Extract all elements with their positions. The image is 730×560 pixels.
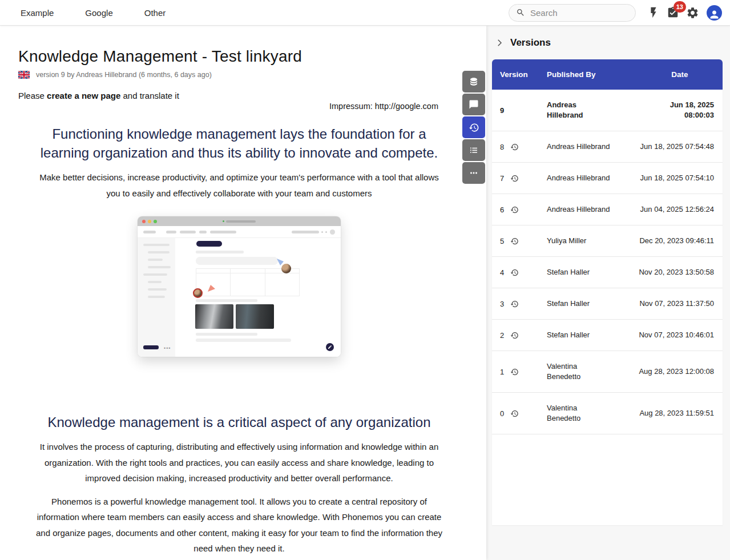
- version-row[interactable]: 6 Andreas Hillebrand Jun 04, 2025 12:56:…: [492, 194, 723, 225]
- product-screenshot-image: •••: [138, 216, 341, 357]
- traffic-light-minimize: [148, 220, 151, 223]
- nav-item-google[interactable]: Google: [85, 8, 112, 18]
- topbar: Example Google Other 13: [0, 0, 730, 26]
- traffic-light-close: [142, 220, 146, 223]
- restore-version-button[interactable]: [510, 300, 519, 308]
- version-row[interactable]: 1 Valentina Benedetto Aug 28, 2023 12:00…: [492, 351, 723, 393]
- version-date: Aug 28, 2023 12:00:08: [637, 366, 723, 377]
- main-content: Knowledge Management - Test linkyard ver…: [0, 26, 486, 560]
- restore-version-button[interactable]: [510, 331, 519, 340]
- comments-button[interactable]: [462, 94, 485, 115]
- restore-icon: [510, 300, 519, 308]
- paragraph-1: It involves the process of capturing, di…: [18, 439, 460, 486]
- chevron-right-icon: [494, 38, 505, 48]
- more-options-button[interactable]: [462, 162, 485, 184]
- version-number: 9: [500, 106, 506, 115]
- traffic-light-zoom: [154, 220, 157, 223]
- versions-table: Version Published By Date 9 Andreas Hill…: [492, 59, 723, 525]
- version-row[interactable]: 8 Andreas Hillebrand Jun 18, 2025 07:54:…: [492, 131, 723, 163]
- version-number: 6: [500, 206, 506, 214]
- version-date: Jun 18, 2025 07:54:10: [637, 173, 723, 183]
- version-history-button[interactable]: [462, 116, 485, 138]
- version-publisher: Stefan Haller: [547, 299, 637, 309]
- settings-button[interactable]: [683, 3, 702, 22]
- restore-version-button[interactable]: [510, 268, 519, 277]
- version-row[interactable]: 4 Stefan Haller Nov 20, 2023 13:50:58: [492, 257, 723, 288]
- app-toolbar-placeholder: [138, 226, 341, 238]
- page-properties-button[interactable]: [462, 71, 485, 92]
- version-date: Nov 07, 2023 10:46:01: [637, 330, 723, 340]
- version-publisher: Andreas Hillebrand: [547, 142, 637, 152]
- version-date: Jun 18, 2025 08:00:03: [637, 100, 723, 120]
- restore-version-button[interactable]: [510, 174, 519, 183]
- content-photo-1: [195, 304, 233, 329]
- impressum-link[interactable]: Impressum: http://google.com: [329, 102, 438, 111]
- version-publisher: Stefan Haller: [547, 267, 637, 277]
- version-number: 8: [500, 143, 506, 151]
- app-page-placeholder: [175, 238, 341, 357]
- nav-item-other[interactable]: Other: [144, 8, 166, 18]
- collapse-panel-button[interactable]: [494, 38, 505, 48]
- subtext-1: Make better decisions, increase producti…: [18, 170, 460, 201]
- restore-version-button[interactable]: [510, 206, 519, 214]
- create-page-link[interactable]: create a new page: [47, 91, 120, 100]
- page-title: Knowledge Management - Test linkyard: [18, 26, 460, 66]
- version-row[interactable]: 0 Valentina Benedetto Aug 28, 2023 11:59…: [492, 393, 723, 434]
- list-icon: [469, 145, 479, 155]
- version-number: 2: [500, 331, 506, 340]
- page-tools-toolbar: [462, 71, 485, 185]
- intro-text: Please create a new page and translate i…: [18, 91, 460, 100]
- main-nav: Example Google Other: [21, 8, 166, 18]
- versions-panel-title: Versions: [510, 37, 551, 49]
- restore-version-button[interactable]: [510, 409, 519, 418]
- app-sidebar-placeholder: •••: [138, 238, 175, 357]
- edit-fab-icon: [326, 343, 334, 351]
- restore-version-button[interactable]: [510, 368, 519, 376]
- comments-icon: [469, 99, 479, 110]
- contents-list-button[interactable]: [462, 139, 485, 161]
- version-number: 0: [500, 409, 506, 418]
- restore-icon: [510, 237, 519, 245]
- version-number: 4: [500, 268, 506, 277]
- search-box[interactable]: [509, 4, 636, 22]
- version-date: Aug 28, 2023 11:59:51: [637, 408, 723, 418]
- version-publisher: Andreas Hillebrand: [547, 173, 637, 183]
- version-publisher: Andreas Hillebrand: [547, 204, 637, 215]
- browser-titlebar: [138, 216, 341, 226]
- content-photo-2: [236, 304, 274, 329]
- version-publisher: Stefan Haller: [547, 330, 637, 340]
- version-number: 3: [500, 300, 506, 308]
- column-header-published-by: Published By: [547, 70, 637, 79]
- version-date: Dec 20, 2023 09:46:11: [637, 236, 723, 246]
- bolt-button[interactable]: [644, 3, 663, 22]
- version-row[interactable]: 5 Yuliya Miller Dec 20, 2023 09:46:11: [492, 225, 723, 257]
- version-date: Jun 04, 2025 12:56:24: [637, 204, 723, 215]
- version-row[interactable]: 2 Stefan Haller Nov 07, 2023 10:46:01: [492, 320, 723, 351]
- nav-item-example[interactable]: Example: [21, 8, 54, 18]
- restore-icon: [510, 368, 519, 376]
- column-header-version: Version: [492, 70, 547, 79]
- versions-panel: Versions Version Published By Date 9 And…: [486, 26, 730, 560]
- restore-icon: [510, 206, 519, 214]
- collaborator-avatar: [281, 264, 291, 273]
- version-row[interactable]: 7 Andreas Hillebrand Jun 18, 2025 07:54:…: [492, 163, 723, 194]
- version-meta: version 9 by Andreas Hillebrand (6 month…: [18, 71, 460, 79]
- headline-2: Knowledge management is a critical aspec…: [18, 413, 460, 432]
- version-row[interactable]: 9 Andreas Hillebrand Jun 18, 2025 08:00:…: [492, 90, 723, 131]
- restore-icon: [510, 174, 519, 183]
- search-input[interactable]: [530, 8, 628, 18]
- version-publisher: Valentina Benedetto: [547, 361, 637, 382]
- version-row[interactable]: 3 Stefan Haller Nov 07, 2023 11:37:50: [492, 288, 723, 320]
- bolt-icon: [647, 6, 660, 19]
- gear-icon: [686, 6, 699, 19]
- collaborator-avatar: [193, 288, 203, 298]
- version-number: 1: [500, 368, 506, 376]
- headline-1: Functioning knowledge management lays th…: [18, 124, 460, 162]
- restore-icon: [510, 268, 519, 277]
- tasks-button[interactable]: 13: [663, 3, 683, 22]
- restore-version-button[interactable]: [510, 237, 519, 245]
- restore-version-button[interactable]: [510, 143, 519, 151]
- restore-icon: [510, 331, 519, 340]
- version-date: Nov 20, 2023 13:50:58: [637, 267, 723, 277]
- user-avatar-button[interactable]: [707, 5, 722, 21]
